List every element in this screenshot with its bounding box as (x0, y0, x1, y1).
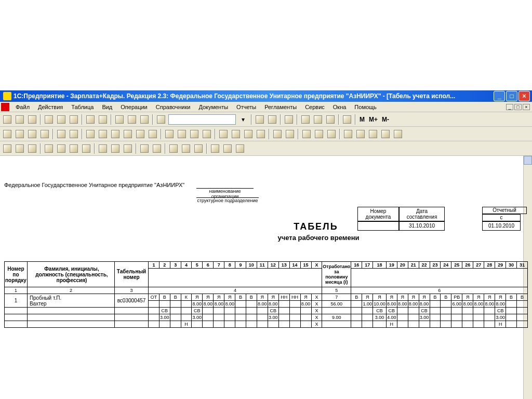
cell-day[interactable] (224, 308, 235, 314)
cell-day[interactable] (181, 301, 192, 308)
toolbar-button-tb2-3[interactable] (39, 128, 50, 140)
open-icon[interactable] (14, 114, 25, 125)
cell-day[interactable] (484, 308, 495, 314)
cell-day[interactable]: 8.00 (224, 301, 235, 308)
toolbar-button-tb2-27[interactable] (367, 128, 379, 140)
cell-day[interactable]: НН (278, 294, 289, 301)
cell-day[interactable]: X (311, 321, 322, 328)
cell-day[interactable]: 6.00 (451, 301, 462, 308)
cell-day[interactable] (246, 308, 257, 314)
cell-day[interactable]: 8.00 (203, 301, 214, 308)
menu-справочники[interactable]: Справочники (152, 103, 195, 111)
cell-day[interactable] (170, 301, 181, 308)
cell-day[interactable] (451, 308, 462, 314)
cell-day[interactable] (430, 308, 441, 314)
cell-day[interactable] (300, 314, 311, 321)
toolbar-button-tb2-7[interactable] (97, 128, 109, 140)
cell-day[interactable]: 1.00 (362, 301, 373, 308)
cell-day[interactable]: В (351, 294, 362, 301)
cell-day[interactable] (235, 321, 246, 328)
cell-day[interactable] (203, 314, 214, 321)
cell-day[interactable] (484, 314, 495, 321)
cell-day[interactable] (441, 308, 451, 314)
cell-day[interactable]: Я (373, 294, 387, 301)
cell-day[interactable] (397, 314, 408, 321)
cell-day[interactable]: В (516, 294, 527, 301)
cell-day[interactable] (246, 301, 257, 308)
toolbar-button-tb2-25[interactable] (342, 128, 354, 140)
grid-icon[interactable] (312, 114, 324, 125)
cell-day[interactable] (516, 301, 527, 308)
cell-day[interactable]: Я (224, 294, 235, 301)
cell-day[interactable]: 8.00 (484, 301, 495, 308)
cell-day[interactable]: 8.00 (214, 301, 224, 308)
cell-day[interactable] (289, 308, 300, 314)
cell-day[interactable]: X (311, 314, 322, 321)
cell-day[interactable]: 8.00 (408, 301, 419, 308)
cell-day[interactable]: В (506, 294, 517, 301)
cell-day[interactable]: 8.00 (268, 301, 278, 308)
cell-day[interactable] (268, 321, 278, 328)
help-icon[interactable] (283, 114, 295, 125)
cell-day[interactable] (462, 321, 473, 328)
cell-day[interactable] (148, 301, 159, 308)
cell-day[interactable]: СВ (495, 308, 506, 314)
cell-day[interactable] (300, 321, 311, 328)
menu-сервис[interactable]: Сервис (301, 103, 329, 111)
cell-day[interactable]: 8.00 (192, 301, 203, 308)
toolbar-button-tb2-17[interactable] (230, 128, 242, 140)
tool-a-icon[interactable] (254, 114, 265, 125)
cell-day[interactable] (214, 308, 224, 314)
toolbar-button-tb2-4[interactable] (56, 128, 67, 140)
cell-day[interactable] (516, 308, 527, 314)
cell-day[interactable]: Я (257, 294, 268, 301)
toolbar-button-tb2-13[interactable] (176, 128, 188, 140)
book-icon[interactable] (341, 114, 353, 125)
toolbar-button-tb2-26[interactable] (355, 128, 366, 140)
cell-day[interactable]: 8.00 (419, 301, 430, 308)
cell-day[interactable]: СВ (159, 308, 170, 314)
cell-day[interactable] (148, 308, 159, 314)
delete-icon[interactable] (114, 114, 125, 125)
find-icon[interactable] (155, 114, 167, 125)
cell-day[interactable] (362, 321, 373, 328)
search-input[interactable] (168, 114, 236, 125)
calc-icon[interactable] (300, 114, 311, 125)
toolbar-button-tb2-21[interactable] (284, 128, 296, 140)
toolbar-button-tb2-0[interactable] (2, 128, 13, 140)
cell-day[interactable] (441, 321, 451, 328)
cell-day[interactable]: 8.00 (386, 301, 397, 308)
cell-day[interactable]: Я (362, 294, 373, 301)
cell-day[interactable] (278, 308, 289, 314)
cell-day[interactable]: ОТ (148, 294, 159, 301)
cell-day[interactable]: 8.00 (257, 301, 268, 308)
cell-day[interactable] (451, 314, 462, 321)
dropdown-icon[interactable]: ▾ (237, 114, 249, 125)
cell-day[interactable] (203, 308, 214, 314)
redo-icon[interactable] (139, 114, 150, 125)
cell-day[interactable] (473, 314, 484, 321)
toolbar-button-tb3-10[interactable] (139, 143, 150, 154)
cell-day[interactable] (351, 308, 362, 314)
cell-day[interactable] (362, 308, 373, 314)
cell-day[interactable] (203, 321, 214, 328)
cell-day[interactable] (462, 314, 473, 321)
cell-day[interactable]: Я (214, 294, 224, 301)
cell-day[interactable] (484, 321, 495, 328)
cell-day[interactable] (235, 308, 246, 314)
cell-day[interactable] (506, 321, 517, 328)
cell-day[interactable]: 8.00 (397, 301, 408, 308)
cell-day[interactable] (159, 301, 170, 308)
cell-day[interactable]: Я (462, 294, 473, 301)
cell-day[interactable] (278, 301, 289, 308)
menu-операции[interactable]: Операции (116, 103, 151, 111)
cell-day[interactable] (451, 321, 462, 328)
cell-day[interactable] (289, 314, 300, 321)
print-icon[interactable] (85, 114, 96, 125)
cell-day[interactable] (441, 314, 451, 321)
cell-day[interactable] (430, 314, 441, 321)
cell-day[interactable]: X (311, 301, 322, 308)
preview-icon[interactable] (97, 114, 109, 125)
toolbar-button-tb3-4[interactable] (56, 143, 67, 154)
cell-day[interactable] (408, 308, 419, 314)
